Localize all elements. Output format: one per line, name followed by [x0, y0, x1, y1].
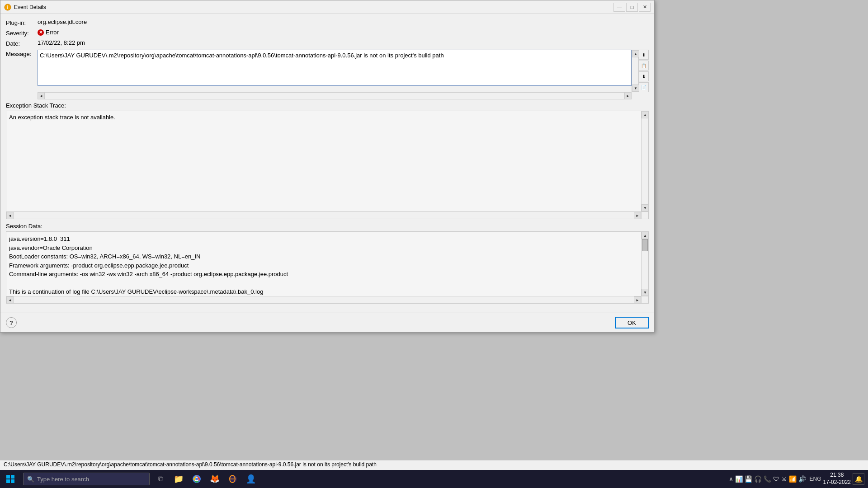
ok-button[interactable]: OK	[615, 317, 649, 328]
taskbar-search[interactable]: 🔍 Type here to search	[23, 473, 150, 485]
message-box-row: C:\Users\JAY GURUDEV\.m2\repository\org\…	[38, 50, 649, 92]
severity-row: Severity: ✕ Error	[6, 29, 649, 37]
eclipse-icon[interactable]	[225, 470, 241, 488]
session-line-2: java.vendor=Oracle Corporation	[9, 244, 646, 253]
chrome-logo-icon	[192, 474, 201, 483]
help-button[interactable]: ?	[6, 317, 17, 328]
dialog-icon: i	[4, 4, 11, 11]
session-line-1: java.version=1.8.0_311	[9, 235, 646, 244]
plugin-row: Plug-in: org.eclipse.jdt.core	[6, 19, 649, 26]
stack-trace-container[interactable]: An exception stack trace is not availabl…	[6, 111, 649, 219]
session-data-container[interactable]: java.version=1.8.0_311 java.vendor=Oracl…	[6, 231, 649, 304]
copy-down-button[interactable]: ⬇	[639, 71, 649, 81]
plugin-value: org.eclipse.jdt.core	[38, 19, 87, 25]
svg-text:i: i	[7, 5, 9, 10]
tray-icons: ∧ 📊 💾 🎧 📞 🛡 ⚔ 📶 🔊	[729, 475, 806, 483]
message-hscrollbar[interactable]: ◄ ►	[38, 92, 632, 99]
svg-rect-4	[6, 479, 10, 483]
windows-logo-icon	[6, 475, 14, 483]
message-textbox[interactable]: C:\Users\JAY GURUDEV\.m2\repository\org\…	[38, 50, 632, 86]
antivirus2-icon[interactable]: ⚔	[781, 475, 787, 483]
notification-icon: 🔔	[855, 475, 863, 483]
st-scroll-track-v	[642, 118, 648, 204]
notification-button[interactable]: 🔔	[853, 473, 864, 485]
date-label: Date:	[6, 39, 38, 47]
message-area: C:\Users\JAY GURUDEV\.m2\repository\org\…	[38, 50, 649, 99]
copy-icon[interactable]: 📋	[639, 61, 649, 70]
event-details-dialog: i Event Details — □ ✕ Plug-in: org.eclip…	[0, 0, 655, 333]
session-corner	[641, 296, 648, 303]
sess-scroll-down[interactable]: ▼	[642, 289, 649, 296]
svg-rect-5	[11, 479, 14, 483]
antivirus-icon[interactable]: 🛡	[773, 475, 779, 483]
session-line-3: BootLoader constants: OS=win32, ARCH=x86…	[9, 252, 646, 261]
task-view-icon: ⧉	[158, 475, 163, 483]
folder-icon: 📁	[174, 474, 184, 484]
sess-scroll-up[interactable]: ▲	[642, 232, 649, 239]
firefox-icon[interactable]: 🦊	[207, 470, 223, 488]
phone-icon[interactable]: 📞	[764, 475, 771, 483]
chrome-icon[interactable]	[189, 470, 205, 488]
minimize-button[interactable]: —	[613, 3, 625, 12]
session-header: Session Data:	[6, 223, 649, 230]
avatar-icon: 👤	[246, 474, 256, 484]
exception-header: Exception Stack Trace:	[6, 102, 649, 109]
dialog-footer: ? OK	[0, 313, 654, 332]
sess-scroll-thumb	[642, 239, 648, 251]
taskbar-search-placeholder: Type here to search	[37, 476, 89, 483]
wifi-icon[interactable]: 📶	[789, 475, 797, 483]
scroll-up-arrow[interactable]: ▲	[632, 50, 639, 57]
hscroll-left-arrow[interactable]: ◄	[38, 92, 45, 99]
maximize-button[interactable]: □	[626, 3, 638, 12]
copy-up-button[interactable]: ⬆	[639, 50, 649, 60]
taskbar-tray: ∧ 📊 💾 🎧 📞 🛡 ⚔ 📶 🔊 ENG 21:38 17-02-2022 🔔	[729, 472, 868, 486]
message-label: Message:	[6, 50, 38, 57]
headset-icon[interactable]: 🎧	[754, 475, 762, 483]
taskbar: 🔍 Type here to search ⧉ 📁 🦊	[0, 470, 868, 488]
severity-label: Severity:	[6, 29, 38, 37]
clock[interactable]: 21:38 17-02-2022	[823, 472, 851, 486]
st-hscroll-left[interactable]: ◄	[6, 212, 14, 219]
st-hscroll-right[interactable]: ►	[634, 212, 641, 219]
status-bar: C:\Users\JAY GURUDEV\.m2\repository\org\…	[0, 460, 868, 470]
firefox-logo-icon: 🦊	[210, 474, 220, 484]
stack-trace-hscrollbar[interactable]: ◄ ►	[6, 211, 641, 219]
session-vscrollbar[interactable]: ▲ ▼	[641, 232, 648, 296]
status-text: C:\Users\JAY GURUDEV\.m2\repository\org\…	[4, 461, 377, 468]
user-icon[interactable]: 👤	[243, 470, 259, 488]
clock-date: 17-02-2022	[823, 479, 851, 486]
st-scroll-down[interactable]: ▼	[642, 204, 649, 211]
sound-icon[interactable]: 🔊	[798, 475, 806, 483]
session-line-4: Framework arguments: -product org.eclips…	[9, 261, 646, 270]
scroll-down-arrow[interactable]: ▼	[632, 84, 639, 92]
stack-trace-vscrollbar[interactable]: ▲ ▼	[641, 111, 648, 211]
svg-rect-2	[6, 475, 10, 479]
session-hscrollbar[interactable]: ◄ ►	[6, 296, 641, 303]
severity-value: Error	[46, 29, 59, 36]
date-row: Date: 17/02/22, 8:22 pm	[6, 39, 649, 47]
session-line-7: This is a continuation of log file C:\Us…	[9, 287, 646, 296]
storage-icon[interactable]: 💾	[745, 475, 752, 483]
export-button[interactable]: 📄	[639, 82, 649, 92]
dialog-title: Event Details	[14, 4, 46, 10]
network-monitor-icon[interactable]: 📊	[735, 475, 743, 483]
close-button[interactable]: ✕	[639, 3, 651, 12]
sess-hscroll-track	[14, 296, 634, 303]
tray-expand-icon[interactable]: ∧	[729, 475, 733, 483]
message-vscrollbar[interactable]: ▲ ▼	[632, 50, 639, 92]
session-line-6	[9, 279, 646, 288]
task-view-button[interactable]: ⧉	[152, 470, 169, 488]
hscroll-track	[45, 92, 624, 99]
st-scroll-up[interactable]: ▲	[642, 111, 649, 118]
dialog-body: Plug-in: org.eclipse.jdt.core Severity: …	[0, 14, 654, 313]
message-sidebar-buttons: ⬆ 📋 ⬇ 📄	[639, 50, 649, 92]
file-explorer-icon[interactable]: 📁	[170, 470, 187, 488]
sess-hscroll-left[interactable]: ◄	[6, 296, 14, 304]
plugin-label: Plug-in:	[6, 19, 38, 26]
hscroll-right-arrow[interactable]: ►	[624, 92, 632, 99]
scrollbar-corner	[641, 211, 648, 219]
date-value: 17/02/22, 8:22 pm	[38, 39, 85, 46]
sess-hscroll-right[interactable]: ►	[634, 296, 641, 304]
start-button[interactable]	[0, 470, 20, 488]
title-bar: i Event Details — □ ✕	[0, 0, 654, 14]
